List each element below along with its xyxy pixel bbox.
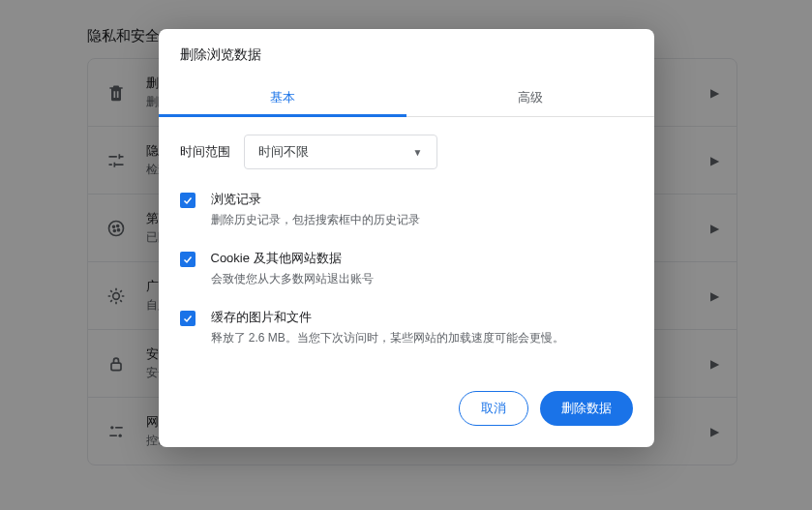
time-range-row: 时间范围 时间不限 ▼ [180,135,633,169]
check-desc: 释放了 2.6 MB。当您下次访问时，某些网站的加载速度可能会更慢。 [211,329,564,346]
check-desc: 会致使您从大多数网站退出账号 [211,270,374,287]
dialog-footer: 取消 删除数据 [159,374,654,447]
check-row-cookies: Cookie 及其他网站数据 会致使您从大多数网站退出账号 [180,250,633,287]
check-title: 缓存的图片和文件 [211,309,564,326]
time-range-label: 时间范围 [180,143,230,161]
checkbox-cookies[interactable] [180,252,195,267]
modal-overlay: 删除浏览数据 基本 高级 时间范围 时间不限 ▼ 浏览记录 删除历史记录，包括搜… [0,0,812,510]
cancel-button[interactable]: 取消 [459,391,528,426]
time-range-value: 时间不限 [258,143,309,161]
checkbox-cache[interactable] [180,311,195,326]
dialog-body: 时间范围 时间不限 ▼ 浏览记录 删除历史记录，包括搜索框中的历史记录 [159,117,654,374]
check-row-cache: 缓存的图片和文件 释放了 2.6 MB。当您下次访问时，某些网站的加载速度可能会… [180,309,633,346]
dialog-title: 删除浏览数据 [159,29,654,77]
check-title: 浏览记录 [211,191,420,208]
delete-data-button[interactable]: 删除数据 [540,391,633,426]
tab-advanced[interactable]: 高级 [406,77,654,116]
check-title: Cookie 及其他网站数据 [211,250,374,267]
tab-basic[interactable]: 基本 [159,77,406,116]
checkbox-history[interactable] [180,193,195,208]
caret-down-icon: ▼ [413,147,423,158]
clear-data-dialog: 删除浏览数据 基本 高级 时间范围 时间不限 ▼ 浏览记录 删除历史记录，包括搜… [159,29,654,447]
dialog-tabs: 基本 高级 [159,77,654,117]
check-row-history: 浏览记录 删除历史记录，包括搜索框中的历史记录 [180,191,633,228]
time-range-select[interactable]: 时间不限 ▼ [244,135,437,169]
check-desc: 删除历史记录，包括搜索框中的历史记录 [211,211,420,228]
